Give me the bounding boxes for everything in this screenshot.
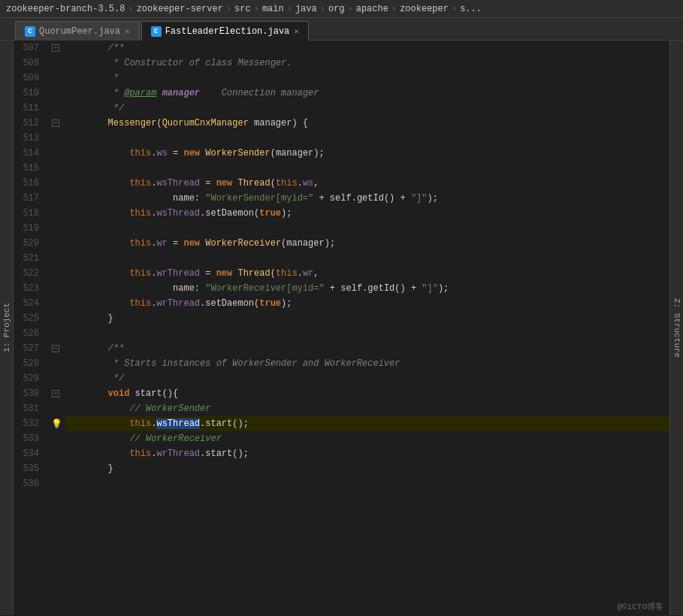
line-number: 528	[14, 356, 45, 371]
code-line[interactable]: // WorkerSender	[65, 401, 669, 416]
tab-close-2[interactable]: ✕	[294, 26, 299, 36]
breadcrumb-sep-1: ›	[128, 4, 133, 14]
tab-quorumpeer[interactable]: C QuorumPeer.java ✕	[15, 21, 140, 41]
code-line[interactable]: this.ws = new WorkerSender(manager);	[65, 146, 669, 161]
line-number: 523	[14, 281, 45, 296]
code-line[interactable]: this.wsThread.setDaemon(true);	[65, 206, 669, 221]
code-line[interactable]	[65, 221, 669, 236]
code-line[interactable]: // WorkerReceiver	[65, 431, 669, 446]
fold-indicator[interactable]: −	[52, 44, 59, 52]
line-number: 525	[14, 311, 45, 326]
code-line[interactable]: this.wrThread.setDaemon(true);	[65, 296, 669, 311]
code-line[interactable]: }	[65, 461, 669, 476]
code-line[interactable]: /**	[65, 341, 669, 356]
line-number: 532	[14, 416, 45, 431]
fold-cell	[51, 236, 62, 251]
code-line[interactable]: this.wrThread.start();	[65, 446, 669, 461]
watermark: @©1CTO博客	[617, 601, 663, 612]
breadcrumb-sep-4: ›	[287, 4, 292, 14]
fold-indicator[interactable]: −	[52, 390, 59, 397]
code-line[interactable]	[65, 476, 669, 491]
line-number: 509	[14, 71, 45, 86]
fold-cell	[51, 401, 62, 416]
fold-cell	[51, 326, 62, 341]
breadcrumb-item-4[interactable]: main	[262, 4, 284, 14]
code-line[interactable]: * @param manager Connection manager	[65, 86, 669, 101]
fold-cell	[51, 461, 62, 476]
tab-close-1[interactable]: ✕	[125, 26, 130, 36]
line-numbers: 5075085095105115125135145155165175185195…	[14, 41, 51, 615]
line-number: 514	[14, 146, 45, 161]
code-line[interactable]: * Constructor of class Messenger.	[65, 56, 669, 71]
project-label-text: 1: Project	[2, 303, 11, 352]
project-sidebar[interactable]: 1: Project	[0, 41, 14, 615]
tab-icon-c1: C	[25, 26, 35, 37]
line-number: 524	[14, 296, 45, 311]
fold-indicator[interactable]: −	[52, 345, 59, 352]
line-number: 536	[14, 476, 45, 491]
line-number: 508	[14, 56, 45, 71]
editor-container: 1: Project 50750850951051151251351451551…	[0, 41, 683, 615]
line-number: 529	[14, 371, 45, 386]
fold-cell	[51, 131, 62, 146]
code-line[interactable]: void start(){	[65, 386, 669, 401]
breadcrumb-item-6[interactable]: org	[328, 4, 345, 14]
structure-label-text: Z: Structure	[672, 298, 681, 358]
code-line[interactable]	[65, 326, 669, 341]
line-number: 512	[14, 116, 45, 131]
lightbulb-icon[interactable]: 💡	[51, 418, 62, 430]
breadcrumb-item-8[interactable]: zookeeper	[400, 4, 449, 14]
tab-icon-c2: C	[151, 26, 162, 37]
line-number: 520	[14, 236, 45, 251]
line-number: 519	[14, 221, 45, 236]
line-number: 526	[14, 326, 45, 341]
breadcrumb-sep-7: ›	[391, 4, 397, 14]
code-line[interactable]	[65, 251, 669, 266]
code-line[interactable]: }	[65, 311, 669, 326]
breadcrumb-item-2[interactable]: zookeeper-server	[137, 4, 223, 14]
fold-cell: 💡	[51, 416, 62, 431]
code-line[interactable]: *	[65, 71, 669, 86]
breadcrumb-item-7[interactable]: apache	[356, 4, 388, 14]
breadcrumb-item-3[interactable]: src	[234, 4, 251, 14]
breadcrumb-bar: zookeeper-branch-3.5.8 › zookeeper-serve…	[0, 0, 683, 18]
code-line[interactable]: Messenger(QuorumCnxManager manager) {	[65, 116, 669, 131]
code-line[interactable]: this.wrThread = new Thread(this.wr,	[65, 266, 669, 281]
code-line[interactable]: this.wr = new WorkerReceiver(manager);	[65, 236, 669, 251]
tab-fastleaderelection[interactable]: C FastLeaderElection.java ✕	[141, 21, 309, 41]
fold-cell: −	[51, 116, 62, 131]
code-line[interactable]	[65, 161, 669, 176]
code-lines[interactable]: /** * Constructor of class Messenger. * …	[62, 41, 669, 615]
fold-cell	[51, 311, 62, 326]
breadcrumb-item-9[interactable]: s...	[460, 4, 482, 14]
code-line[interactable]: name: "WorkerSender[myid=" + self.getId(…	[65, 191, 669, 206]
code-editor[interactable]: 5075085095105115125135145155165175185195…	[14, 41, 669, 615]
fold-cell	[51, 266, 62, 281]
line-number: 533	[14, 431, 45, 446]
line-number: 511	[14, 101, 45, 116]
line-number: 517	[14, 191, 45, 206]
code-line[interactable]	[65, 131, 669, 146]
code-line[interactable]: this.wsThread = new Thread(this.ws,	[65, 176, 669, 191]
structure-sidebar[interactable]: Z: Structure	[669, 41, 683, 615]
code-line[interactable]: */	[65, 101, 669, 116]
line-number: 534	[14, 446, 45, 461]
fold-cell: −	[51, 386, 62, 401]
code-line[interactable]: /**	[65, 41, 669, 56]
line-number: 530	[14, 386, 45, 401]
breadcrumb-item-1[interactable]: zookeeper-branch-3.5.8	[6, 4, 125, 14]
code-line[interactable]: */	[65, 371, 669, 386]
code-line[interactable]: name: "WorkerReceiver[myid=" + self.getI…	[65, 281, 669, 296]
fold-cell	[51, 176, 62, 191]
breadcrumb-item-5[interactable]: java	[295, 4, 317, 14]
fold-indicator[interactable]: −	[52, 119, 59, 127]
breadcrumb-sep-2: ›	[226, 4, 231, 14]
code-line[interactable]: this.wsThread.start();	[65, 416, 669, 431]
code-line[interactable]: * Starts instances of WorkerSender and W…	[65, 356, 669, 371]
fold-cell	[51, 281, 62, 296]
fold-cell	[51, 431, 62, 446]
fold-cell	[51, 191, 62, 206]
fold-cell	[51, 146, 62, 161]
line-number: 531	[14, 401, 45, 416]
breadcrumb-sep-6: ›	[348, 4, 353, 14]
